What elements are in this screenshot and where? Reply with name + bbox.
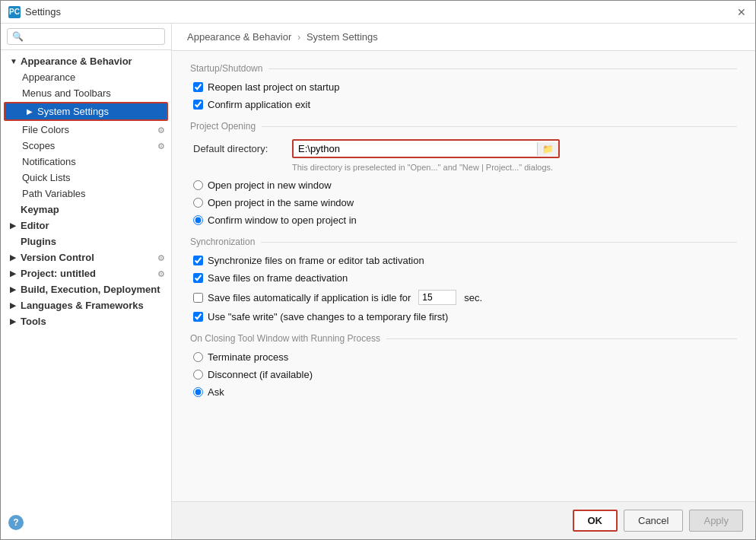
app-icon: PC (8, 6, 21, 18)
gear-icon-project: ⚙ (157, 268, 165, 278)
save-files-idle-label[interactable]: Save files automatically if application … (193, 292, 411, 303)
save-files-idle-row: Save files automatically if application … (190, 290, 737, 305)
arrow-icon: ▶ (10, 317, 17, 326)
sidebar-item-editor[interactable]: ▶ Editor (1, 218, 171, 233)
close-button[interactable]: ✕ (735, 6, 748, 18)
terminate-process-row: Terminate process (190, 351, 737, 363)
apply-button[interactable]: Apply (689, 510, 743, 532)
sidebar-item-path-variables[interactable]: Path Variables (1, 186, 171, 202)
confirm-window-label[interactable]: Confirm window to open project in (193, 214, 357, 226)
disconnect-label[interactable]: Disconnect (if available) (193, 369, 313, 380)
sidebar: ▼ Appearance & Behavior Appearance Menus… (1, 24, 172, 539)
sidebar-item-label: Languages & Frameworks (21, 300, 144, 311)
sidebar-item-label: Build, Execution, Deployment (21, 284, 160, 295)
confirm-exit-checkbox[interactable] (193, 100, 203, 110)
save-files-idle-checkbox[interactable] (193, 293, 203, 303)
sidebar-item-scopes[interactable]: Scopes (1, 138, 171, 154)
bottom-bar: OK Cancel Apply (172, 501, 755, 539)
open-new-window-radio[interactable] (193, 180, 203, 190)
ask-row: Ask (190, 386, 737, 398)
open-new-window-row: Open project in new window (190, 179, 737, 191)
arrow-icon: ▶ (27, 107, 34, 116)
sync-files-row: Synchronize files on frame or editor tab… (190, 255, 737, 266)
open-new-window-label[interactable]: Open project in new window (193, 179, 332, 191)
cancel-button[interactable]: Cancel (624, 510, 683, 532)
default-directory-label: Default directory: (193, 143, 284, 154)
sidebar-item-file-colors[interactable]: File Colors (1, 122, 171, 138)
gear-icon: ⚙ (157, 125, 165, 135)
safe-write-checkbox[interactable] (193, 312, 203, 322)
settings-content: Startup/Shutdown Reopen last project on … (172, 51, 755, 501)
title-bar: PC Settings ✕ (1, 1, 755, 24)
reopen-last-project-checkbox[interactable] (193, 82, 203, 92)
sidebar-item-menus-toolbars[interactable]: Menus and Toolbars (1, 85, 171, 101)
open-same-window-label[interactable]: Open project in the same window (193, 197, 354, 208)
save-files-deactivation-checkbox[interactable] (193, 273, 203, 283)
disconnect-row: Disconnect (if available) (190, 369, 737, 380)
directory-input[interactable] (294, 141, 537, 157)
sidebar-item-scopes-wrapper: Scopes ⚙ (1, 138, 171, 154)
sidebar-item-label: Notifications (22, 156, 76, 167)
sidebar-item-label: Path Variables (22, 188, 86, 199)
directory-hint: This directory is preselected in "Open..… (190, 163, 737, 172)
terminate-process-radio[interactable] (193, 352, 203, 362)
confirm-exit-row: Confirm application exit (190, 99, 737, 110)
sidebar-item-build-execution[interactable]: ▶ Build, Execution, Deployment (1, 281, 171, 297)
sidebar-item-label: System Settings (37, 106, 109, 117)
reopen-last-project-row: Reopen last project on startup (190, 81, 737, 93)
title-bar-left: PC Settings (8, 6, 61, 18)
directory-browse-button[interactable]: 📁 (537, 142, 558, 156)
save-files-deactivation-row: Save files on frame deactivation (190, 272, 737, 284)
directory-input-wrap: 📁 (292, 139, 560, 158)
sidebar-item-project-untitled[interactable]: ▶ Project: untitled (1, 265, 171, 281)
arrow-icon: ▶ (10, 253, 17, 262)
sidebar-item-label: Appearance & Behavior (21, 56, 132, 67)
idle-unit: sec. (464, 292, 482, 303)
settings-window: PC Settings ✕ ▼ Appearance & Behavior Ap… (0, 0, 756, 540)
help-button[interactable]: ? (8, 515, 24, 530)
window-title: Settings (25, 6, 61, 17)
sidebar-item-appearance[interactable]: Appearance (1, 69, 171, 85)
ok-button[interactable]: OK (573, 510, 618, 532)
sidebar-item-tools[interactable]: ▶ Tools (1, 313, 171, 329)
disconnect-radio[interactable] (193, 370, 203, 380)
sidebar-item-keymap[interactable]: ▶ Keymap (1, 202, 171, 218)
sidebar-item-languages-frameworks[interactable]: ▶ Languages & Frameworks (1, 297, 171, 313)
sidebar-item-label: Menus and Toolbars (22, 87, 111, 99)
sidebar-item-label: Quick Lists (22, 172, 71, 183)
sync-files-checkbox[interactable] (193, 256, 203, 265)
sidebar-item-notifications[interactable]: Notifications (1, 154, 171, 170)
main-panel: Appearance & Behavior › System Settings … (172, 24, 755, 539)
sidebar-item-label: Appearance (22, 71, 75, 83)
sidebar-item-system-settings[interactable]: ▶ System Settings (4, 102, 168, 121)
ask-radio[interactable] (193, 387, 203, 397)
synchronization-section-title: Synchronization (190, 237, 737, 247)
confirm-exit-label[interactable]: Confirm application exit (193, 99, 310, 110)
sidebar-item-label: File Colors (22, 124, 69, 135)
search-input[interactable] (7, 28, 165, 45)
ask-label[interactable]: Ask (193, 386, 224, 398)
sidebar-item-version-control[interactable]: ▶ Version Control (1, 249, 171, 265)
confirm-window-radio[interactable] (193, 215, 203, 225)
open-same-window-radio[interactable] (193, 198, 203, 208)
startup-shutdown-section-title: Startup/Shutdown (190, 63, 737, 74)
gear-icon-vc: ⚙ (157, 253, 165, 262)
gear-icon-scopes: ⚙ (157, 141, 165, 151)
arrow-icon: ▼ (10, 57, 17, 65)
reopen-last-project-label[interactable]: Reopen last project on startup (193, 81, 339, 93)
breadcrumb: Appearance & Behavior › System Settings (172, 24, 755, 51)
arrow-icon: ▶ (10, 269, 17, 278)
sidebar-item-quick-lists[interactable]: Quick Lists (1, 170, 171, 186)
save-files-deactivation-label[interactable]: Save files on frame deactivation (193, 272, 348, 284)
sidebar-item-appearance-behavior[interactable]: ▼ Appearance & Behavior (1, 53, 171, 69)
sidebar-item-label: Version Control (21, 252, 94, 263)
sidebar-item-label: Scopes (22, 140, 55, 151)
safe-write-label[interactable]: Use "safe write" (save changes to a temp… (193, 311, 448, 322)
search-box[interactable] (1, 24, 171, 50)
sidebar-item-label: Tools (21, 316, 46, 327)
terminate-process-label[interactable]: Terminate process (193, 351, 288, 363)
sidebar-item-plugins[interactable]: ▶ Plugins (1, 233, 171, 249)
breadcrumb-part2: System Settings (307, 31, 378, 43)
idle-seconds-input[interactable] (418, 290, 456, 305)
sync-files-label[interactable]: Synchronize files on frame or editor tab… (193, 255, 424, 266)
